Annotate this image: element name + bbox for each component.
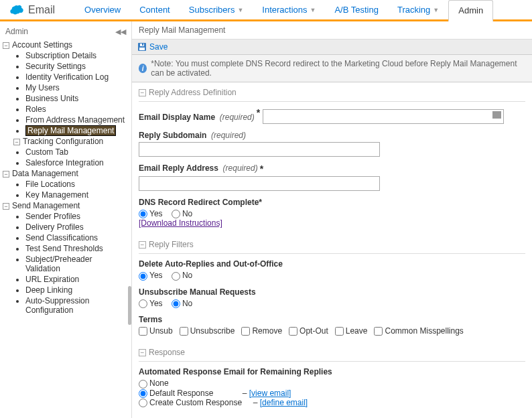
tab-subscribers[interactable]: Subscribers▼ [180,0,253,20]
terms-checkbox-opt-out[interactable]: Opt-Out [289,326,328,336]
top-tabs: OverviewContentSubscribers▼Interactions▼… [75,0,493,20]
tree-toggle-icon[interactable]: − [3,42,9,49]
sidebar-title: Admin [5,27,28,36]
tree-toggle-icon[interactable]: − [3,203,9,210]
sidebar-item-sender-profiles[interactable]: Sender Profiles [25,212,129,221]
tree-group-data-management[interactable]: Data Management [12,169,78,178]
sidebar-item-from-address-management[interactable]: From Address Management [25,115,129,125]
chevron-down-icon: ▼ [237,7,243,13]
notice-bar: i *Note: You must complete DNS Record re… [132,55,532,82]
section-response: − Response [139,342,525,362]
email-reply-address-label: Email Reply Address (required) [139,163,258,173]
tab-tracking[interactable]: Tracking▼ [388,0,448,20]
section-routing: − Routing [139,414,525,418]
salesforce-cloud-icon [7,4,24,16]
email-display-name-input[interactable] [263,109,504,124]
sidebar-item-file-locations[interactable]: File Locations [25,180,129,189]
toolbar: Save [132,40,532,55]
section-reply-address: − Reply Address Definition [139,82,525,102]
sidebar-item-auto-suppression-configuration[interactable]: Auto-Suppression Configuration [25,296,129,315]
collapse-icon[interactable]: − [139,89,146,96]
tree-group-account-settings[interactable]: Account Settings [12,40,72,50]
chevron-down-icon: ▼ [310,7,316,13]
sidebar-item-delivery-profiles[interactable]: Delivery Profiles [25,222,129,232]
tab-admin[interactable]: Admin [448,0,493,22]
sidebar-item-send-classifications[interactable]: Send Classifications [25,233,129,242]
admin-tree: −Account SettingsSubscription DetailsSec… [3,40,129,315]
tab-overview[interactable]: Overview [75,0,130,20]
app-title: Email [28,4,55,16]
view-email-link[interactable]: [view email] [249,389,291,398]
notice-text: *Note: You must complete DNS Record redi… [151,59,525,78]
page-title: Reply Mail Management [132,21,532,40]
collapse-icon[interactable]: − [139,241,146,249]
delete-auto-no-radio[interactable]: No [172,271,192,280]
sidebar-item-url-expiration[interactable]: URL Expiration [25,275,129,284]
delete-auto-label: Delete Auto-Replies and Out-of-Office [139,259,525,269]
input-helper-icon[interactable] [492,111,501,119]
tab-abtesting[interactable]: A/B Testing [325,0,388,20]
sidebar-collapse-icon[interactable]: ◀◀ [115,27,126,36]
tree-group-send-management[interactable]: Send Management [12,201,80,210]
terms-label: Terms [139,315,525,324]
unsub-yes-radio[interactable]: Yes [139,299,163,308]
sidebar-item-business-units[interactable]: Business Units [25,94,129,103]
unsub-manual-label: Unsubscribe Manual Requests [139,287,525,297]
terms-checkbox-remove[interactable]: Remove [241,326,282,336]
sidebar-item-test-send-thresholds[interactable]: Test Send Thresholds [25,244,129,253]
email-display-name-label: Email Display Name (required) [139,113,255,122]
sidebar-item-roles[interactable]: Roles [25,104,129,114]
sidebar-item-reply-mail-management[interactable]: Reply Mail Management [25,126,129,135]
sidebar-item-salesforce-integration[interactable]: Salesforce Integration [25,158,129,167]
dns-redirect-label: DNS Record Redirect Complete* [139,198,525,207]
admin-sidebar: Admin ◀◀ −Account SettingsSubscription D… [0,21,132,418]
dns-yes-radio[interactable]: Yes [139,209,163,218]
response-default-radio[interactable]: Default Response [139,389,213,398]
auto-response-label: Automated Response Email for Remaining R… [139,367,525,376]
chevron-down-icon: ▼ [433,7,439,13]
define-email-link[interactable]: [define email] [260,398,308,407]
email-reply-address-input[interactable] [139,176,380,191]
sidebar-item-key-management[interactable]: Key Management [25,190,129,200]
tree-toggle-icon[interactable]: − [13,139,20,145]
dns-no-radio[interactable]: No [172,209,192,218]
section-reply-filters: − Reply Filters [139,234,525,254]
terms-checkbox-unsub[interactable]: Unsub [139,326,173,336]
sidebar-scrollbar-thumb[interactable] [128,286,131,325]
response-none-radio[interactable]: None [139,378,169,388]
info-icon: i [139,64,147,73]
tree-group-tracking-configuration[interactable]: Tracking Configuration [23,137,103,146]
collapse-icon[interactable]: − [139,349,146,356]
sidebar-item-my-users[interactable]: My Users [25,83,129,92]
response-custom-radio[interactable]: Create Custom Response [139,398,242,407]
main-panel: Reply Mail Management Save i *Note: You … [132,21,532,418]
tree-toggle-icon[interactable]: − [3,171,9,178]
sidebar-item-custom-tab[interactable]: Custom Tab [25,147,129,157]
sidebar-item-subscription-details[interactable]: Subscription Details [25,51,129,60]
sidebar-item-security-settings[interactable]: Security Settings [25,62,129,71]
terms-checkbox-leave[interactable]: Leave [335,326,368,336]
unsub-no-radio[interactable]: No [172,299,192,308]
reply-subdomain-label: Reply Subdomain (required) [139,131,246,140]
tab-interactions[interactable]: Interactions▼ [253,0,325,20]
svg-rect-1 [139,48,145,50]
sidebar-item-deep-linking[interactable]: Deep Linking [25,285,129,295]
download-instructions-link[interactable]: [Download Instructions] [139,218,222,228]
save-icon [137,42,147,52]
delete-auto-yes-radio[interactable]: Yes [139,271,163,280]
reply-subdomain-input[interactable] [139,142,380,157]
sidebar-item-subject-preheader-validation[interactable]: Subject/Preheader Validation [25,255,129,273]
terms-checkbox-unsubscribe[interactable]: Unsubscribe [180,326,235,336]
svg-rect-3 [142,44,143,46]
save-button[interactable]: Save [149,42,168,52]
terms-checkbox-common-misspellings[interactable]: Common Misspellings [374,326,463,336]
tab-content[interactable]: Content [130,0,180,20]
sidebar-item-identity-verification-log[interactable]: Identity Verification Log [25,72,129,82]
